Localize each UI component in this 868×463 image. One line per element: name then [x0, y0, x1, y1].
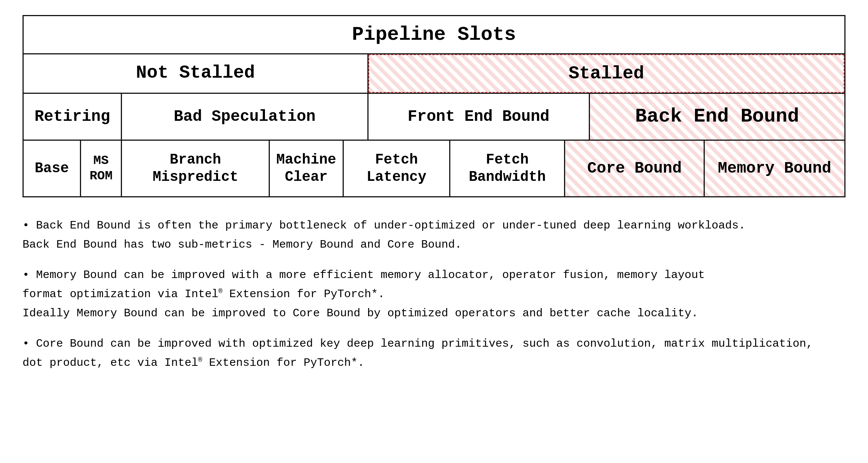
- base-cell: Base: [24, 141, 81, 196]
- memory-bound-cell: Memory Bound: [705, 141, 844, 196]
- core-bound-cell: Core Bound: [565, 141, 705, 196]
- back-end-bound-label: Back End Bound: [635, 105, 799, 128]
- note-2: • Memory Bound can be improved with a mo…: [23, 266, 845, 323]
- fetch-bandwidth-cell: Fetch Bandwidth: [450, 141, 565, 196]
- machine-clear-cell: Machine Clear: [270, 141, 344, 196]
- base-label: Base: [35, 160, 69, 177]
- branch-mispredict-label: Branch Mispredict: [126, 151, 265, 185]
- machine-clear-label: Machine Clear: [274, 151, 339, 185]
- stalled-row: Not Stalled Stalled: [24, 54, 844, 94]
- pipeline-diagram: Pipeline Slots Not Stalled Stalled Retir…: [23, 15, 845, 197]
- fetch-bandwidth-label: Fetch Bandwidth: [454, 151, 560, 185]
- note1-line2: Back End Bound has two sub-metrics - Mem…: [23, 235, 845, 254]
- note-1: • Back End Bound is often the primary bo…: [23, 216, 845, 254]
- retiring-cell: Retiring: [24, 94, 122, 140]
- pipeline-slots-row: Pipeline Slots: [24, 16, 844, 54]
- ms-rom-label: MS ROM: [84, 153, 118, 184]
- branch-mispredict-cell: Branch Mispredict: [122, 141, 270, 196]
- note3-line1: • Core Bound can be improved with optimi…: [23, 334, 845, 353]
- note1-line1: • Back End Bound is often the primary bo…: [23, 216, 845, 235]
- stalled-cell: Stalled: [369, 54, 844, 93]
- note2-line2: format optimization via Intel® Extension…: [23, 285, 845, 304]
- ms-rom-cell: MS ROM: [81, 141, 122, 196]
- front-end-bound-cell: Front End Bound: [369, 94, 590, 140]
- back-end-bound-cell: Back End Bound: [590, 94, 844, 140]
- core-bound-label: Core Bound: [587, 159, 682, 178]
- not-stalled-cell: Not Stalled: [24, 54, 369, 93]
- not-stalled-label: Not Stalled: [136, 63, 255, 83]
- notes-section: • Back End Bound is often the primary bo…: [23, 216, 845, 373]
- note3-line2: dot product, etc via Intel® Extension fo…: [23, 353, 845, 373]
- retiring-label: Retiring: [35, 107, 110, 126]
- front-end-bound-label: Front End Bound: [408, 107, 549, 126]
- note-3: • Core Bound can be improved with optimi…: [23, 334, 845, 373]
- fetch-latency-cell: Fetch Latency: [344, 141, 450, 196]
- note2-line1: • Memory Bound can be improved with a mo…: [23, 266, 845, 285]
- stalled-label: Stalled: [569, 63, 644, 84]
- bad-speculation-label: Bad Speculation: [174, 107, 316, 126]
- bad-speculation-cell: Bad Speculation: [122, 94, 368, 140]
- level2-row: Retiring Bad Speculation Front End Bound…: [24, 94, 844, 141]
- level3-row: Base MS ROM Branch Mispredict Machine Cl…: [24, 141, 844, 196]
- memory-bound-label: Memory Bound: [718, 159, 831, 178]
- fetch-latency-label: Fetch Latency: [348, 151, 445, 185]
- pipeline-slots-label: Pipeline Slots: [352, 24, 516, 46]
- note2-line3: Ideally Memory Bound can be improved to …: [23, 304, 845, 323]
